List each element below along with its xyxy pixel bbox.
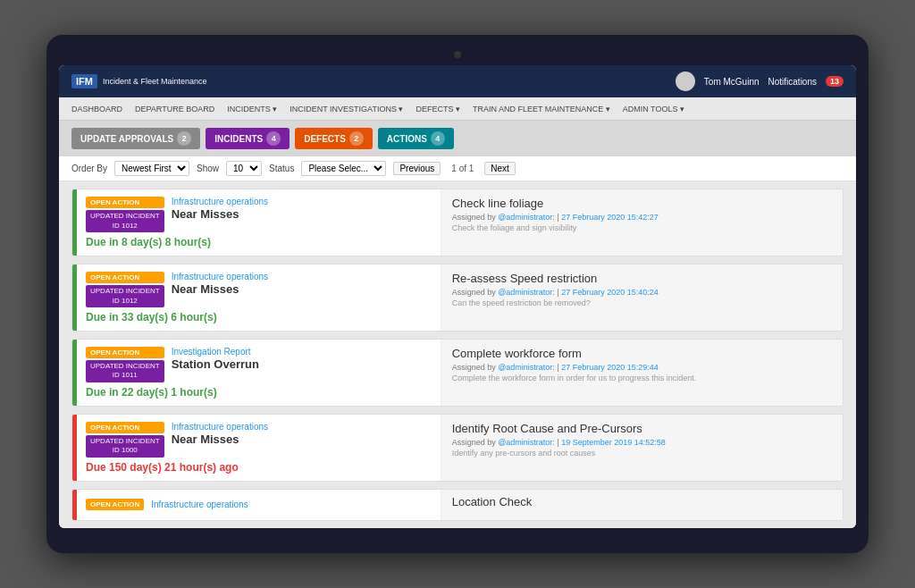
card-right: Check line foliage Assigned by @administ… <box>441 189 843 256</box>
badge-open-action: OPEN ACTION <box>86 499 144 510</box>
card-right-title: Identify Root Cause and Pre-Cursors <box>452 422 832 435</box>
card-desc: Check the foliage and sign visibility <box>452 223 832 232</box>
tab-defects-count: 2 <box>349 131 364 146</box>
tab-incidents[interactable]: INCIDENTS 4 <box>206 128 290 149</box>
tab-defects-label: DEFECTS <box>304 134 346 144</box>
action-card[interactable]: OPEN ACTION UPDATED INCIDENT ID 1000 Inf… <box>71 414 844 482</box>
card-due: Due in 33 day(s) 6 hour(s) <box>86 311 432 323</box>
card-title: Near Misses <box>172 207 268 221</box>
card-main: OPEN ACTION UPDATED INCIDENT ID 1000 Inf… <box>77 415 441 481</box>
card-info: Infrastructure operations Near Misses <box>172 272 268 296</box>
card-top: OPEN ACTION UPDATED INCIDENT ID 1011 Inv… <box>86 347 432 382</box>
card-category: Investigation Report <box>172 347 259 357</box>
nav-defects[interactable]: DEFECTS ▾ <box>416 105 460 113</box>
badge-row: OPEN ACTION UPDATED INCIDENT ID 1012 <box>86 272 164 307</box>
logo-text: Incident & Fleet Maintenance <box>103 77 207 87</box>
tab-actions-label: ACTIONS <box>387 134 427 144</box>
card-desc: Identify any pre-cursors and root causes <box>452 449 832 458</box>
card-category: Infrastructure operations <box>172 197 268 206</box>
card-info: Investigation Report Station Overrun <box>172 347 259 371</box>
logo-icon: IFM <box>71 74 97 88</box>
nav-departure-board[interactable]: DEPARTURE BOARD <box>135 105 214 113</box>
badge-row: OPEN ACTION UPDATED INCIDENT ID 1000 <box>86 422 164 458</box>
card-assigned: Assigned by @administrator: | 27 Februar… <box>452 213 832 222</box>
nav-train-fleet[interactable]: TRAIN AND FLEET MAINTENANCE ▾ <box>473 105 610 113</box>
card-assigned-by: @administrator: <box>498 213 555 222</box>
next-button[interactable]: Next <box>484 162 516 175</box>
badge-updated-incident: UPDATED INCIDENT ID 1011 <box>86 360 164 382</box>
card-right: Complete workforce form Assigned by @adm… <box>441 340 843 406</box>
card-assigned: Assigned by @administrator: | 19 Septemb… <box>452 438 832 447</box>
order-by-label: Order By <box>71 164 107 173</box>
card-assigned: Assigned by @administrator: | 27 Februar… <box>452 363 832 372</box>
card-desc: Can the speed restriction be removed? <box>452 298 832 307</box>
filter-bar: Order By Newest First Show 10 Status Ple… <box>59 156 856 181</box>
nav-admin-tools[interactable]: ADMIN TOOLS ▾ <box>623 105 684 113</box>
card-info: Infrastructure operations Near Misses <box>172 197 268 221</box>
tab-update-approvals[interactable]: UPDATE APPROVALS 2 <box>71 128 200 149</box>
truncated-content: OPEN ACTION Infrastructure operations <box>77 490 441 520</box>
card-assigned-by: @administrator: <box>498 363 555 372</box>
nav-dashboard[interactable]: DASHBOARD <box>71 105 122 113</box>
card-assigned-date: 19 September 2019 14:52:58 <box>561 438 666 447</box>
logo-area: IFM Incident & Fleet Maintenance <box>71 74 207 88</box>
action-card[interactable]: OPEN ACTION UPDATED INCIDENT ID 1012 Inf… <box>71 264 844 332</box>
card-category: Infrastructure operations <box>172 272 268 281</box>
user-name: Tom McGuinn <box>704 77 760 87</box>
badge-open-action: OPEN ACTION <box>86 272 164 283</box>
status-label: Status <box>269 164 294 173</box>
card-assigned-by: @administrator: <box>498 288 555 297</box>
card-main: OPEN ACTION UPDATED INCIDENT ID 1012 Inf… <box>77 265 441 331</box>
notifications-label: Notifications <box>768 77 817 87</box>
card-due: Due in 8 day(s) 8 hour(s) <box>86 236 432 248</box>
action-card[interactable]: OPEN ACTION UPDATED INCIDENT ID 1011 Inv… <box>71 339 844 407</box>
card-due: Due in 22 day(s) 1 hour(s) <box>86 386 432 399</box>
tab-update-approvals-label: UPDATE APPROVALS <box>80 134 173 144</box>
nav-incident-investigations[interactable]: INCIDENT INVESTIGATIONS ▾ <box>290 105 403 113</box>
status-select[interactable]: Please Selec... <box>301 161 386 176</box>
truncated-card[interactable]: OPEN ACTION Infrastructure operations Lo… <box>71 489 844 521</box>
card-top: OPEN ACTION UPDATED INCIDENT ID 1012 Inf… <box>86 272 432 307</box>
card-right-title: Re-assess Speed restriction <box>452 272 832 285</box>
order-by-select[interactable]: Newest First <box>114 161 189 176</box>
tab-defects[interactable]: DEFECTS 2 <box>295 128 373 149</box>
tablet-frame: IFM Incident & Fleet Maintenance Tom McG… <box>46 35 869 552</box>
card-title: Station Overrun <box>172 357 259 371</box>
notifications-badge[interactable]: 13 <box>826 76 844 87</box>
card-right-title: Complete workforce form <box>452 347 832 360</box>
card-assigned: Assigned by @administrator: | 27 Februar… <box>452 288 832 297</box>
badge-open-action: OPEN ACTION <box>86 197 164 208</box>
card-desc: Complete the workforce form in order for… <box>452 374 832 382</box>
card-assigned-date: 27 February 2020 15:40:24 <box>561 288 659 297</box>
badge-updated-incident: UPDATED INCIDENT ID 1000 <box>86 435 164 458</box>
card-category: Infrastructure operations <box>172 422 268 432</box>
card-right: Re-assess Speed restriction Assigned by … <box>441 265 843 331</box>
tab-actions-count: 4 <box>431 131 445 146</box>
previous-button[interactable]: Previous <box>393 162 441 175</box>
top-nav: IFM Incident & Fleet Maintenance Tom McG… <box>59 65 856 97</box>
badge-updated-incident: UPDATED INCIDENT ID 1012 <box>86 285 164 307</box>
badge-updated-incident: UPDATED INCIDENT ID 1012 <box>86 210 164 232</box>
content-area: OPEN ACTION UPDATED INCIDENT ID 1012 Inf… <box>59 181 856 527</box>
show-label: Show <box>197 164 219 173</box>
nav-incidents[interactable]: INCIDENTS ▾ <box>227 105 277 113</box>
card-info: Infrastructure operations Near Misses <box>172 422 268 446</box>
screen: IFM Incident & Fleet Maintenance Tom McG… <box>59 65 856 527</box>
secondary-nav: DASHBOARD DEPARTURE BOARD INCIDENTS ▾ IN… <box>59 97 856 121</box>
tablet-camera <box>454 51 461 58</box>
tab-actions[interactable]: ACTIONS 4 <box>378 128 454 149</box>
card-top: OPEN ACTION UPDATED INCIDENT ID 1012 Inf… <box>86 197 432 232</box>
show-select[interactable]: 10 <box>226 161 262 176</box>
card-due: Due 150 day(s) 21 hour(s) ago <box>86 461 432 474</box>
tab-incidents-count: 4 <box>266 131 281 146</box>
nav-right: Tom McGuinn Notifications 13 <box>676 71 844 91</box>
page-info: 1 of 1 <box>451 164 474 173</box>
badge-open-action: OPEN ACTION <box>86 347 164 358</box>
card-main: OPEN ACTION UPDATED INCIDENT ID 1011 Inv… <box>77 340 441 406</box>
card-assigned-date: 27 February 2020 15:29:44 <box>561 363 659 372</box>
badge-open-action: OPEN ACTION <box>86 422 164 433</box>
truncated-right-title: Location Check <box>441 490 843 520</box>
card-right: Identify Root Cause and Pre-Cursors Assi… <box>441 415 843 481</box>
action-card[interactable]: OPEN ACTION UPDATED INCIDENT ID 1012 Inf… <box>71 189 844 256</box>
avatar <box>676 71 695 91</box>
